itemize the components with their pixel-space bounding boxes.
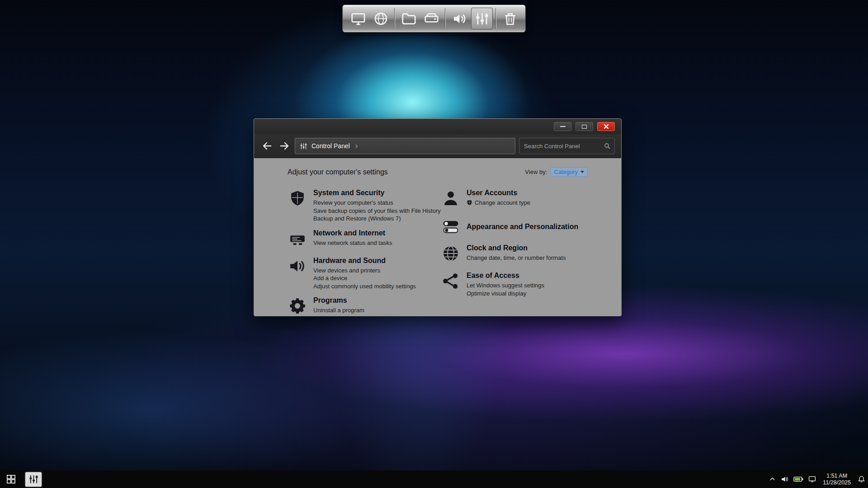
search-icon[interactable] xyxy=(604,142,611,150)
category-link[interactable]: Backup and Restore (Windows 7) xyxy=(313,215,441,223)
maximize-button[interactable] xyxy=(576,122,593,131)
category-title[interactable]: Appearance and Personalization xyxy=(467,222,578,231)
category-link[interactable]: Let Windows suggest settings xyxy=(467,282,544,290)
toolbar-separator xyxy=(445,8,446,29)
system-tray: 1:51 AM 11/28/2025 xyxy=(769,473,865,486)
network-icon[interactable] xyxy=(288,229,307,249)
trash-icon[interactable] xyxy=(499,8,521,29)
category-system-and-security: System and Security Review your computer… xyxy=(288,188,441,223)
view-by-label: View by: xyxy=(525,169,547,175)
category-title[interactable]: Clock and Region xyxy=(467,244,566,253)
gear-icon[interactable] xyxy=(288,296,307,316)
breadcrumb[interactable]: Control Panel xyxy=(311,142,350,150)
taskbar-left xyxy=(3,472,42,487)
category-link[interactable]: Change account type xyxy=(467,199,530,207)
category-link-label: Change account type xyxy=(475,199,530,207)
folder-icon[interactable] xyxy=(398,8,420,29)
chevron-up-icon[interactable] xyxy=(769,476,776,483)
page-title: Adjust your computer's settings xyxy=(288,168,388,176)
shield-icon[interactable] xyxy=(288,188,307,208)
display-icon[interactable] xyxy=(347,8,369,29)
control-panel-window: Control Panel Adjust your computer's set… xyxy=(254,118,622,316)
category-link[interactable]: Adjust commonly used mobility settings xyxy=(313,282,416,291)
user-icon[interactable] xyxy=(441,188,461,208)
address-bar[interactable]: Control Panel xyxy=(295,138,515,154)
taskbar: 1:51 AM 11/28/2025 xyxy=(0,470,868,488)
volume-icon[interactable] xyxy=(781,475,788,483)
globe-clock-icon[interactable] xyxy=(441,244,461,263)
forward-arrow-icon xyxy=(279,141,290,151)
category-clock-and-region: Clock and Region Change date, time, or n… xyxy=(441,244,588,265)
category-link[interactable]: Add a device xyxy=(313,274,416,282)
category-hardware-and-sound: Hardware and Sound View devices and prin… xyxy=(288,256,441,291)
display-icon[interactable] xyxy=(808,475,816,483)
titlebar[interactable] xyxy=(254,119,621,134)
chevron-right-icon xyxy=(354,144,359,149)
minimize-button[interactable] xyxy=(554,122,571,131)
navigation-bar: Control Panel xyxy=(254,134,621,158)
right-column: User Accounts Change account type xyxy=(441,188,588,316)
category-link[interactable]: Change date, time, or number formats xyxy=(467,254,566,262)
screen: Control Panel Adjust your computer's set… xyxy=(0,0,868,488)
back-arrow-icon xyxy=(262,141,273,151)
category-ease-of-access: Ease of Access Let Windows suggest setti… xyxy=(441,271,588,297)
search-box xyxy=(519,138,615,154)
share-nodes-icon[interactable] xyxy=(441,271,461,291)
toggles-icon[interactable] xyxy=(441,217,461,237)
category-appearance-and-personalization: Appearance and Personalization xyxy=(441,216,588,238)
category-title[interactable]: Ease of Access xyxy=(467,271,544,280)
mixer-icon[interactable] xyxy=(471,8,493,29)
category-title[interactable]: User Accounts xyxy=(467,188,530,197)
category-link[interactable]: View network status and tasks xyxy=(313,239,392,247)
view-by-value[interactable]: Category xyxy=(554,169,578,175)
bell-icon[interactable] xyxy=(858,475,865,483)
control-panel-taskbar-button[interactable] xyxy=(25,472,42,487)
close-icon xyxy=(604,124,609,129)
category-title[interactable]: System and Security xyxy=(313,188,441,197)
taskbar-clock[interactable]: 1:51 AM 11/28/2025 xyxy=(821,473,853,486)
view-by-control: View by: Category xyxy=(525,167,588,177)
toolbar-separator xyxy=(495,8,496,29)
uac-shield-icon xyxy=(467,200,472,206)
category-title[interactable]: Hardware and Sound xyxy=(313,256,416,265)
floating-toolbar xyxy=(342,5,526,33)
start-button[interactable] xyxy=(3,472,19,487)
control-panel-content: Adjust your computer's settings View by:… xyxy=(254,158,621,316)
minimize-icon xyxy=(560,126,566,127)
close-button[interactable] xyxy=(597,122,615,131)
drive-icon[interactable] xyxy=(420,8,442,29)
speaker-icon[interactable] xyxy=(448,8,470,29)
back-button[interactable] xyxy=(260,139,274,153)
view-by-dropdown[interactable]: Category xyxy=(550,167,588,177)
control-panel-icon xyxy=(300,142,307,150)
left-column: System and Security Review your computer… xyxy=(288,188,441,316)
globe-icon[interactable] xyxy=(370,8,392,29)
start-grid-icon xyxy=(6,474,16,484)
battery-icon[interactable] xyxy=(793,476,803,482)
category-link[interactable]: Optimize visual display xyxy=(467,290,544,298)
category-columns: System and Security Review your computer… xyxy=(288,188,588,316)
content-header: Adjust your computer's settings View by:… xyxy=(288,167,588,177)
category-title[interactable]: Network and Internet xyxy=(313,229,392,238)
category-network-and-internet: Network and Internet View network status… xyxy=(288,229,441,250)
category-programs: Programs Uninstall a program xyxy=(288,296,441,316)
category-user-accounts: User Accounts Change account type xyxy=(441,188,588,210)
category-link[interactable]: View devices and printers xyxy=(313,267,416,275)
toolbar-separator xyxy=(394,8,395,29)
maximize-icon xyxy=(582,125,587,129)
clock-date: 11/28/2025 xyxy=(823,479,851,486)
mixer-icon xyxy=(28,474,39,484)
search-input[interactable] xyxy=(524,143,604,150)
speaker-icon[interactable] xyxy=(288,256,307,276)
category-link[interactable]: Review your computer's status xyxy=(313,199,441,207)
forward-button[interactable] xyxy=(278,139,291,153)
category-link[interactable]: Uninstall a program xyxy=(313,306,364,314)
category-link[interactable]: Save backup copies of your files with Fi… xyxy=(313,207,441,215)
category-title[interactable]: Programs xyxy=(313,296,364,305)
clock-time: 1:51 AM xyxy=(823,473,851,479)
chevron-down-icon xyxy=(580,171,584,173)
